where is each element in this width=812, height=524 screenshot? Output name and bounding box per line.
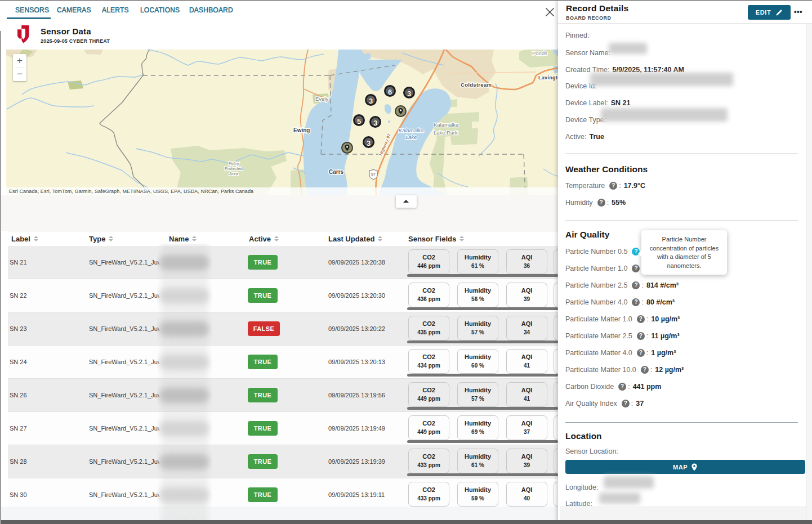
- svg-text:Ponds: Ponds: [532, 50, 547, 56]
- svg-text:Lake Park: Lake Park: [434, 129, 458, 136]
- svg-text:Kalamalka: Kalamalka: [399, 127, 423, 133]
- svg-text:Ewing: Ewing: [293, 127, 310, 133]
- svg-text:Fintry: Fintry: [229, 161, 239, 166]
- svg-text:Area: Area: [229, 171, 239, 176]
- svg-text:97: 97: [371, 172, 376, 176]
- svg-text:Kalamalka: Kalamalka: [434, 122, 459, 128]
- svg-text:Carrs: Carrs: [329, 169, 344, 175]
- svg-text:Protected: Protected: [225, 166, 243, 171]
- svg-text:Lavington: Lavington: [538, 75, 559, 80]
- svg-text:Lake: Lake: [405, 134, 417, 140]
- svg-text:Coldstream: Coldstream: [461, 82, 492, 88]
- svg-text:Evely: Evely: [315, 96, 328, 102]
